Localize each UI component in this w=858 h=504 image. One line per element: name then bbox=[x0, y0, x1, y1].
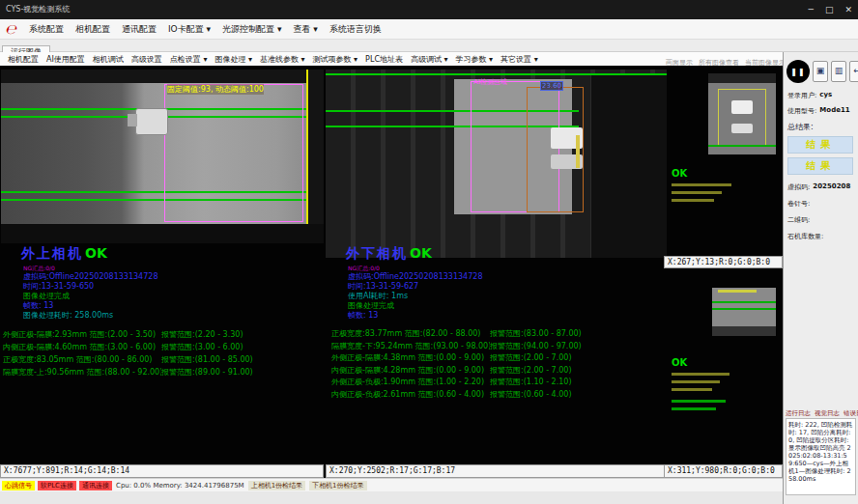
measurement-row: 外侧正极-负极:1.90mm 范围:(1.00 - 2.20) 报警范围:(1.… bbox=[331, 377, 660, 389]
toolbar-item[interactable]: 相机调试 bbox=[89, 54, 128, 65]
toolbar-item[interactable]: 高级调试 ▾ bbox=[407, 54, 452, 65]
result-box: 结果 bbox=[787, 157, 853, 175]
measurement-value: 内侧正极-隔膜:4.60mm 范围:(3.00 - 6.00) bbox=[3, 341, 161, 353]
measurement-value: 内侧正极-隔膜:4.28mm 范围:(0.00 - 9.00) bbox=[331, 365, 490, 378]
menu-item[interactable]: 查看 ▾ bbox=[287, 23, 323, 36]
field-value: cys bbox=[819, 91, 832, 100]
measurement-value: 外侧正极-负极:1.90mm 范围:(1.00 - 2.20) bbox=[331, 377, 490, 389]
view-menu-item[interactable]: 所有图像查看 bbox=[699, 58, 739, 68]
menu-item[interactable]: 系统语言切换 bbox=[324, 23, 387, 36]
menu-item[interactable]: 光源控制配置 ▾ bbox=[216, 23, 287, 36]
menu-item[interactable]: IO卡配置 ▾ bbox=[162, 23, 216, 36]
snapshot-button[interactable]: ▣ bbox=[813, 61, 828, 82]
menu-item[interactable]: 通讯配置 bbox=[116, 23, 162, 36]
view-menu-item[interactable]: 画面显示 bbox=[666, 58, 693, 68]
field-label: 虚拟码: bbox=[787, 182, 810, 192]
toolbar-item[interactable]: 高级设置 bbox=[128, 54, 166, 65]
measurement-row: 正极宽度:83.77mm 范围:(82.00 - 88.00) 报警范围:(83… bbox=[331, 328, 660, 341]
sidebar-field: 卷针号: bbox=[787, 199, 856, 209]
small-camera-view-1[interactable] bbox=[708, 73, 776, 154]
right-camera-viewport[interactable]: AI检测区域 23.60 bbox=[326, 70, 667, 258]
menu-item[interactable]: 系统配置 bbox=[23, 23, 70, 36]
sidebar-field: 右机库数量: bbox=[787, 232, 856, 241]
result-text-line bbox=[672, 191, 722, 194]
view-menu-item[interactable]: 当前图像显示 bbox=[745, 58, 786, 68]
connector-part bbox=[135, 108, 168, 135]
threshold-overlay-text: 固定阈值:93, 动态阈值:100 bbox=[167, 84, 264, 95]
menu-item[interactable]: 相机配置 bbox=[70, 23, 116, 36]
result-info-line: 时间:13-31-59-650 bbox=[23, 282, 157, 292]
tab-row: 运行图像 bbox=[0, 40, 858, 52]
field-value: 20250208 bbox=[813, 182, 850, 192]
thumb-dark-band bbox=[712, 326, 776, 336]
thumb-bright-feature bbox=[731, 100, 753, 114]
ai-region-label: AI检测区域 bbox=[473, 77, 507, 87]
record-button[interactable]: ▥ bbox=[831, 61, 846, 82]
result-info-line: 图像处理完成 bbox=[348, 301, 482, 311]
result-info-line: 图像处理耗时: 258.00ms bbox=[23, 311, 157, 321]
left-info-lines: 虚拟码:Offline20250208133134728时间:13-31-59-… bbox=[23, 272, 157, 321]
result-info-line: 时间:13-31-59-627 bbox=[348, 282, 482, 292]
small-camera-view-2[interactable] bbox=[712, 288, 776, 336]
menu-items: 系统配置相机配置通讯配置IO卡配置 ▾光源控制配置 ▾查看 ▾系统语言切换 bbox=[23, 23, 387, 36]
close-button[interactable]: ✕ bbox=[844, 0, 852, 19]
toolbar-item[interactable]: 学习参数 ▾ bbox=[452, 54, 498, 65]
connector-stub bbox=[128, 114, 137, 126]
log-tabs: 运行日志视觉日志错误日志 bbox=[786, 409, 858, 418]
toolbar-item[interactable]: 图像处理 ▾ bbox=[211, 54, 256, 65]
status-badge: 通讯连接 bbox=[79, 481, 112, 490]
result-boxes: 结果结果 bbox=[787, 136, 856, 175]
minimize-button[interactable]: ─ bbox=[809, 0, 814, 19]
thumb-baseline bbox=[708, 145, 776, 147]
measurement-value: 正极宽度:83.77mm 范围:(82.00 - 88.00) bbox=[331, 328, 490, 341]
left-measurements: 外侧正极-隔膜:2.93mm 范围:(2.00 - 3.50) 报警范围:(2.… bbox=[3, 328, 324, 378]
result-text-line bbox=[672, 199, 714, 202]
roi-rectangle bbox=[164, 84, 303, 222]
log-tab[interactable]: 运行日志 bbox=[786, 409, 811, 418]
right-measurements: 正极宽度:83.77mm 范围:(82.00 - 88.00) 报警范围:(83… bbox=[331, 328, 660, 402]
toolbar-item[interactable]: PLC地址表 bbox=[361, 54, 407, 65]
result-info-line: 虚拟码:Offline20250208133134728 bbox=[23, 272, 157, 282]
pause-button[interactable]: ❚❚ bbox=[786, 60, 810, 83]
image-dark-band bbox=[1, 224, 324, 243]
app-window: CYS-视觉检测系统 ─□✕ ℮ 系统配置相机配置通讯配置IO卡配置 ▾光源控制… bbox=[0, 0, 858, 504]
toolbar-item[interactable]: 点检设置 ▾ bbox=[166, 54, 212, 65]
cpu-memory-text: Cpu: 0.0% Memory: 3424.41796875M bbox=[116, 482, 244, 490]
field-label: 右机库数量: bbox=[787, 232, 823, 241]
window-bottom-edge bbox=[0, 491, 783, 504]
result-info-line: 图像处理完成 bbox=[23, 292, 157, 301]
camera-status: OK bbox=[85, 245, 107, 261]
log-tab[interactable]: 错误日志 bbox=[844, 409, 858, 418]
alarm-range: 报警范围:(81.00 - 85.00) bbox=[161, 353, 322, 366]
sidebar-tool-buttons: ▣▥↩ bbox=[813, 61, 858, 82]
small-view2-coord-bar: X:311;Y:980;R:0;G:0;B:0 bbox=[664, 464, 783, 478]
thumb-dark-band bbox=[708, 73, 776, 83]
image-dark-region bbox=[591, 73, 667, 258]
alarm-range: 报警范围:(3.00 - 6.00) bbox=[161, 341, 322, 353]
sidebar-field: 登录用户: cys bbox=[787, 91, 856, 100]
measurement-row: 正极宽度:83.05mm 范围:(80.00 - 86.00) 报警范围:(81… bbox=[3, 353, 324, 366]
return-button[interactable]: ↩ bbox=[849, 61, 858, 82]
toolbar-item[interactable]: 相机配置 bbox=[4, 54, 43, 65]
status-badges: 心跳信号软PLC连接通讯连接 bbox=[2, 481, 112, 490]
left-camera-viewport[interactable]: 固定阈值:93, 动态阈值:100 bbox=[1, 70, 324, 243]
maximize-button[interactable]: □ bbox=[825, 0, 834, 19]
result-box: 结果 bbox=[787, 136, 853, 154]
alarm-range: 报警范围:(2.20 - 3.30) bbox=[161, 328, 322, 341]
measurement-value: 正极宽度:83.05mm 范围:(80.00 - 86.00) bbox=[3, 353, 161, 366]
toolbar-item[interactable]: 测试项参数 ▾ bbox=[309, 54, 362, 65]
toolbar-item[interactable]: AI使用配置 bbox=[43, 54, 89, 65]
measurement-row: 内侧正极-隔膜:4.28mm 范围:(0.00 - 9.00) 报警范围:(2.… bbox=[331, 365, 660, 378]
window-title: CYS-视觉检测系统 bbox=[6, 5, 70, 14]
left-result-title: 外上相机OK bbox=[21, 245, 107, 263]
small-view2-status: OK bbox=[672, 357, 687, 368]
measurement-value: 外侧正极-隔膜:2.93mm 范围:(2.00 - 3.50) bbox=[3, 328, 161, 341]
result-text-line bbox=[672, 400, 726, 403]
alarm-range: 报警范围:(94.00 - 97.00) bbox=[490, 341, 650, 353]
thumb-roi-frame bbox=[718, 89, 766, 147]
measure-value-label: 23.60 bbox=[540, 81, 563, 91]
toolbar-item[interactable]: 其它设置 ▾ bbox=[497, 54, 542, 65]
log-tab[interactable]: 视觉日志 bbox=[815, 409, 840, 418]
toolbar-item[interactable]: 基准线参数 ▾ bbox=[256, 54, 309, 65]
window-controls: ─□✕ bbox=[809, 0, 852, 19]
